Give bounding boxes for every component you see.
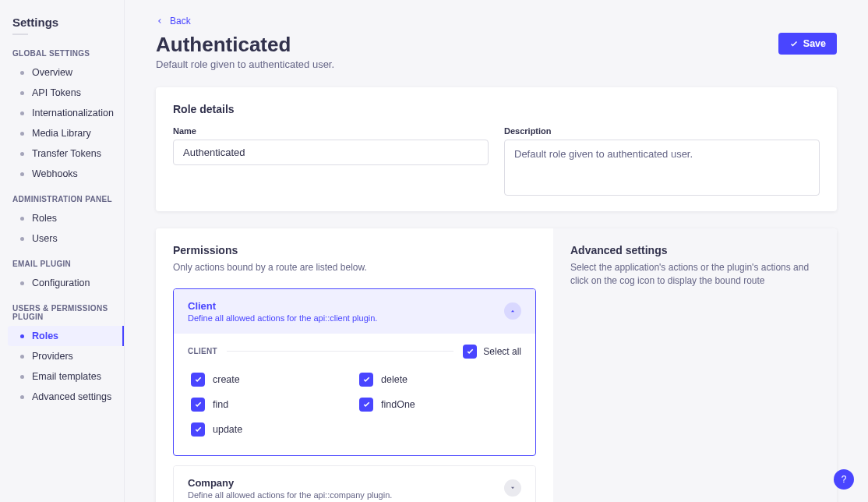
action-label: create	[213, 374, 240, 385]
nav-section-label: Administration Panel	[12, 195, 124, 203]
action-checkbox-delete[interactable]	[359, 373, 373, 387]
sidebar-item-label: Overview	[32, 67, 72, 78]
actions-grid: createdeletefindfindOneupdate	[188, 368, 521, 437]
plugin-box-company: CompanyDefine all allowed actions for th…	[173, 465, 536, 502]
chevron-up-icon[interactable]	[504, 302, 521, 320]
sidebar-item-label: Media Library	[32, 128, 91, 139]
plugin-header[interactable]: ClientDefine all allowed actions for the…	[174, 289, 535, 334]
arrow-left-icon	[156, 17, 164, 25]
sidebar-item-label: Configuration	[32, 278, 90, 288]
sidebar-item-label: Internationalization	[32, 108, 114, 118]
sidebar-item-label: Advanced settings	[32, 391, 111, 402]
sidebar-item-label: API Tokens	[32, 87, 81, 98]
sidebar-item-label: Email templates	[32, 371, 101, 382]
page-title: Authenticated	[156, 33, 334, 57]
plugin-description: Define all allowed actions for the api::…	[188, 313, 377, 323]
name-input[interactable]	[173, 140, 489, 165]
action-checkbox-find[interactable]	[191, 398, 205, 412]
nav-section-label: Global Settings	[12, 49, 124, 58]
permissions-subtitle: Only actions bound by a route are listed…	[173, 261, 536, 274]
main-content: Back Authenticated Default role given to…	[125, 0, 868, 502]
sidebar-item-transfer-tokens[interactable]: Transfer Tokens	[12, 143, 124, 164]
sidebar-item-providers[interactable]: Providers	[12, 346, 124, 366]
action-item-delete: delete	[359, 373, 518, 387]
name-label: Name	[173, 126, 489, 136]
settings-sidebar: Settings Global SettingsOverviewAPI Toke…	[0, 0, 125, 502]
bullet-icon	[20, 375, 24, 379]
bullet-icon	[20, 334, 24, 338]
advanced-settings-panel: Advanced settings Select the application…	[553, 228, 837, 502]
description-textarea[interactable]: Default role given to authenticated user…	[504, 140, 820, 196]
sidebar-item-email-templates[interactable]: Email templates	[12, 366, 124, 387]
sidebar-item-label: Transfer Tokens	[32, 148, 101, 159]
sidebar-item-roles[interactable]: Roles	[12, 208, 124, 228]
action-item-find: find	[191, 398, 350, 412]
sidebar-item-users[interactable]: Users	[12, 228, 124, 249]
back-link[interactable]: Back	[156, 16, 191, 27]
plugin-body: CLIENTSelect allcreatedeletefindfindOneu…	[174, 334, 535, 455]
sidebar-item-configuration[interactable]: Configuration	[12, 273, 124, 293]
bullet-icon	[20, 111, 24, 115]
select-all-checkbox[interactable]	[463, 345, 477, 359]
page-subtitle: Default role given to authenticated user…	[156, 58, 334, 70]
bullet-icon	[20, 355, 24, 359]
chevron-down-icon[interactable]	[504, 479, 521, 497]
action-checkbox-update[interactable]	[191, 422, 205, 437]
bullet-icon	[20, 281, 24, 285]
bullet-icon	[20, 237, 24, 241]
sidebar-item-internationalization[interactable]: Internationalization	[12, 103, 124, 123]
bullet-icon	[20, 395, 24, 399]
plugin-name: Client	[188, 300, 377, 312]
action-item-update: update	[191, 422, 350, 437]
bullet-icon	[20, 172, 24, 176]
sidebar-item-api-tokens[interactable]: API Tokens	[12, 83, 124, 103]
sidebar-item-webhooks[interactable]: Webhooks	[12, 164, 124, 184]
advanced-subtitle: Select the application's actions or the …	[570, 261, 820, 288]
bullet-icon	[20, 132, 24, 136]
action-item-create: create	[191, 373, 350, 387]
action-checkbox-findone[interactable]	[359, 398, 373, 412]
permissions-title: Permissions	[173, 244, 536, 256]
sidebar-item-advanced-settings[interactable]: Advanced settings	[12, 387, 124, 407]
role-details-title: Role details	[173, 103, 820, 115]
action-label: find	[213, 399, 228, 410]
description-label: Description	[504, 126, 820, 136]
advanced-title: Advanced settings	[570, 244, 820, 256]
sidebar-item-label: Providers	[32, 351, 73, 362]
save-button[interactable]: Save	[778, 33, 837, 55]
plugin-description: Define all allowed actions for the api::…	[188, 490, 392, 500]
action-label: delete	[381, 374, 408, 385]
help-button[interactable]: ?	[834, 469, 854, 490]
divider	[227, 351, 453, 352]
plugin-box-client: ClientDefine all allowed actions for the…	[173, 288, 536, 456]
sidebar-item-label: Roles	[32, 331, 58, 341]
bullet-icon	[20, 71, 24, 75]
back-label: Back	[170, 16, 191, 27]
bullet-icon	[20, 217, 24, 221]
sidebar-item-roles[interactable]: Roles	[8, 326, 124, 346]
sidebar-item-media-library[interactable]: Media Library	[12, 123, 124, 143]
action-label: findOne	[381, 399, 415, 410]
bullet-icon	[20, 91, 24, 95]
role-details-panel: Role details Name Description Default ro…	[156, 87, 837, 211]
permissions-panel: Permissions Only actions bound by a rout…	[156, 228, 837, 502]
plugin-name: Company	[188, 477, 392, 489]
action-label: update	[213, 424, 242, 435]
bullet-icon	[20, 152, 24, 156]
sidebar-title: Settings	[12, 16, 124, 29]
action-checkbox-create[interactable]	[191, 373, 205, 387]
nav-section-label: Users & Permissions Plugin	[12, 304, 124, 321]
save-label: Save	[803, 38, 826, 49]
action-item-findone: findOne	[359, 398, 518, 412]
section-label: CLIENT	[188, 347, 217, 355]
select-all-label: Select all	[483, 346, 521, 357]
sidebar-item-label: Roles	[32, 213, 57, 224]
plugin-header[interactable]: CompanyDefine all allowed actions for th…	[174, 466, 535, 502]
sidebar-item-overview[interactable]: Overview	[12, 62, 124, 83]
permissions-left: Permissions Only actions bound by a rout…	[156, 228, 553, 502]
nav-section-label: Email Plugin	[12, 260, 124, 268]
sidebar-item-label: Users	[32, 233, 58, 244]
sidebar-divider	[12, 34, 28, 35]
sidebar-item-label: Webhooks	[32, 168, 78, 179]
check-icon	[789, 39, 799, 48]
